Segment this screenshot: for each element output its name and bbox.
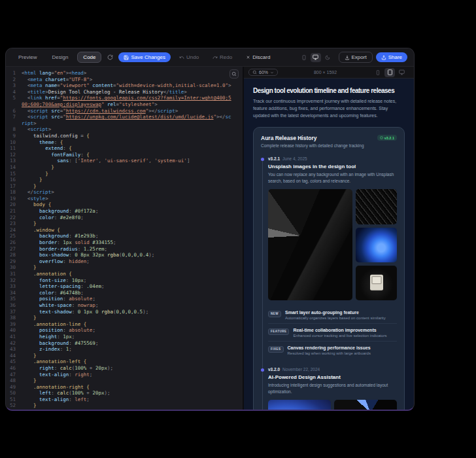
code-line[interactable]: 28 box-shadow: 0 8px 32px rgba(0,0,0,0.4…	[6, 252, 243, 258]
tab-preview[interactable]: Preview	[12, 52, 42, 63]
code-line[interactable]: 8 <script>	[6, 126, 243, 133]
change-item: NEW Smart layer auto-grouping feature Au…	[268, 306, 397, 323]
release-description: You can now replace any background with …	[268, 171, 397, 185]
code-line[interactable]: 37 text-shadow: 0 1px 0 rgba(0,0,0,0.5);	[6, 309, 243, 315]
code-line[interactable]: 38 }	[6, 315, 243, 321]
code-line[interactable]: 27 border-radius: 1.25rem;	[6, 246, 243, 253]
share-button[interactable]: Share	[376, 52, 407, 62]
release-date: November 22, 2024	[282, 367, 320, 372]
release-history-card: Aura Release History v3.2.1 Complete rel…	[253, 127, 405, 410]
release-description: Introducing intelligent design suggestio…	[268, 382, 397, 395]
release-date: June 4, 2025	[282, 156, 307, 161]
code-line[interactable]: 18 </script>	[6, 189, 243, 196]
release-entry: v3.2.0 November 22, 2024 AI-Powered Desi…	[268, 367, 397, 410]
code-line[interactable]: 40 position: absolute;	[6, 327, 243, 334]
code-line[interactable]: 26 border: 1px solid #334155;	[6, 239, 243, 246]
code-line[interactable]: 13 sans: ['Inter', 'ui-sans-serif', 'sys…	[6, 158, 243, 164]
code-line[interactable]: 14 }	[6, 164, 243, 171]
change-title: Real-time collaboration improvements	[293, 328, 386, 332]
code-line[interactable]: 15 }	[6, 171, 243, 177]
code-line[interactable]: 31 .annotation {	[6, 271, 243, 277]
close-icon	[246, 55, 250, 60]
code-line[interactable]: 17 }	[6, 183, 243, 190]
canvas-dimensions: 800 × 1592	[278, 70, 373, 75]
search-icon[interactable]	[230, 69, 239, 79]
code-line[interactable]: 23 }	[6, 220, 243, 227]
code-line[interactable]: 22 color: #e2e8f0;	[6, 215, 243, 221]
zoom-control[interactable]: 60%	[248, 69, 278, 76]
change-badge: NEW	[268, 311, 281, 317]
undo-icon	[179, 55, 184, 60]
code-line[interactable]: 12 fontFamily: {	[6, 152, 243, 158]
code-line[interactable]: 30 }	[6, 264, 243, 271]
image-blue-shards	[334, 400, 397, 410]
redo-button[interactable]: Redo	[207, 52, 237, 62]
code-line[interactable]: 19 <style>	[6, 196, 243, 202]
code-line[interactable]: 29 overflow: hidden;	[6, 258, 243, 265]
release-version: v3.2.1	[268, 156, 280, 161]
toolbar: Preview Design Code Save Changes Undo Re…	[6, 48, 414, 67]
code-line[interactable]: 35 position: absolute;	[6, 296, 243, 302]
redo-icon	[212, 55, 218, 60]
tab-design[interactable]: Design	[46, 52, 74, 63]
card-subtitle: Complete release history with detailed c…	[261, 143, 397, 148]
code-line[interactable]: 21 background: #0f172a;	[6, 208, 243, 215]
app-window: Preview Design Code Save Changes Undo Re…	[5, 48, 415, 411]
code-line[interactable]: 5 <link href="https://fonts.googleapis.c…	[6, 95, 243, 107]
chevron-down-icon	[270, 71, 274, 75]
code-line[interactable]: 33 letter-spacing: .04em;	[6, 283, 243, 290]
device-desktop-icon[interactable]	[396, 68, 407, 77]
code-line[interactable]: 45 .annotation-left {	[6, 359, 243, 365]
code-line[interactable]: 11 extend: {	[6, 145, 243, 152]
code-line[interactable]: 34 color: #64748b;	[6, 290, 243, 296]
change-list: NEW Smart layer auto-grouping feature Au…	[268, 306, 397, 359]
code-line[interactable]: 51 text-align: left;	[6, 396, 243, 403]
card-title: Aura Release History	[261, 135, 377, 141]
code-line[interactable]: 25 background: #1e293b;	[6, 233, 243, 239]
code-line[interactable]: 36 white-space: nowrap;	[6, 302, 243, 309]
smartphone-icon[interactable]	[299, 53, 309, 62]
code-line[interactable]: 53 .change-item {	[6, 409, 243, 410]
code-line[interactable]: 48 }	[6, 378, 243, 384]
code-line[interactable]: 4 <title>Design Tool Changelog - Release…	[6, 89, 243, 96]
code-line[interactable]: 41 height: 1px;	[6, 334, 243, 340]
tab-code[interactable]: Code	[77, 52, 101, 63]
code-line[interactable]: 44 }	[6, 353, 243, 359]
change-badge: FEATURE	[268, 328, 289, 335]
release-heading: AI-Powered Design Assistant	[268, 374, 397, 380]
device-phone-icon[interactable]	[373, 68, 383, 77]
code-line[interactable]: 50 left: calc(100% + 20px);	[6, 390, 243, 396]
code-line[interactable]: 16 }	[6, 177, 243, 183]
code-line[interactable]: 52 }	[6, 402, 243, 409]
code-line[interactable]: 47 text-align: right;	[6, 372, 243, 378]
code-editor[interactable]: 1<html lang="en"><head>2 <meta charset="…	[6, 67, 243, 410]
code-line[interactable]: 43 z-index: 1;	[6, 346, 243, 353]
code-line[interactable]: 49 .annotation-right {	[6, 384, 243, 391]
code-line[interactable]: 10 theme: {	[6, 139, 243, 146]
monitor-icon[interactable]	[311, 53, 321, 62]
code-line[interactable]: 9 tailwind.config = {	[6, 133, 243, 139]
image-blue-bloom	[268, 400, 331, 410]
code-line[interactable]: 6 <script src="https://cdn.tailwindcss.c…	[6, 108, 243, 114]
code-line[interactable]: 20 body {	[6, 202, 243, 208]
save-changes-button[interactable]: Save Changes	[118, 52, 170, 62]
code-line[interactable]: 7 <script src="https://unpkg.com/lucide@…	[6, 114, 243, 126]
code-line[interactable]: 32 font-size: 10px;	[6, 277, 243, 284]
code-line[interactable]: 2 <meta charset="UTF-8">	[6, 77, 243, 83]
preview-canvas[interactable]: Design tool evolution timeline and featu…	[244, 79, 414, 410]
device-tablet-icon[interactable]	[384, 68, 395, 77]
code-line[interactable]: 24 .window {	[6, 227, 243, 234]
moon-icon[interactable]	[322, 53, 333, 62]
code-line[interactable]: 1<html lang="en"><head>	[6, 70, 243, 77]
code-line[interactable]: 46 right: calc(100% + 20px);	[6, 365, 243, 372]
code-line[interactable]: 39 .annotation-line {	[6, 321, 243, 328]
refresh-icon[interactable]	[105, 52, 115, 63]
theme-device-group	[299, 53, 333, 62]
release-entry: v3.2.1 June 4, 2025 Unsplash images in t…	[268, 156, 397, 359]
code-line[interactable]: 42 background: #475569;	[6, 340, 243, 347]
code-line[interactable]: 3 <meta name="viewport" content="width=d…	[6, 82, 243, 89]
timeline-dot	[261, 368, 264, 372]
export-button[interactable]: Export	[339, 52, 373, 63]
discard-button[interactable]: Discard	[241, 52, 275, 62]
undo-button[interactable]: Undo	[174, 52, 204, 62]
